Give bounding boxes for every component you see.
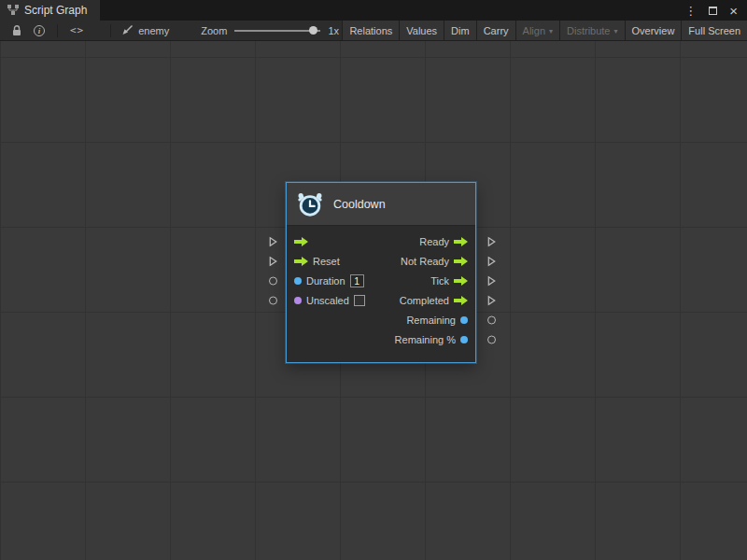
node-row: Remaining %	[287, 329, 475, 349]
maximize-icon[interactable]	[709, 7, 717, 15]
port-label: Remaining	[406, 315, 456, 326]
value-input-port-marker[interactable]	[269, 276, 277, 285]
overview-button[interactable]: Overview	[625, 21, 682, 40]
tab-bar: Script Graph ⋮ ×	[0, 0, 747, 21]
menu-icon[interactable]: ⋮	[684, 5, 697, 17]
port-label: Tick	[430, 275, 449, 287]
node-body: Ready	[287, 226, 475, 362]
cooldown-node[interactable]: Cooldown Ready	[286, 182, 476, 363]
graph-canvas[interactable]: Cooldown Ready	[0, 41, 747, 560]
toolbar-separator	[110, 24, 111, 37]
cooldown-node-header[interactable]: Cooldown	[287, 183, 475, 226]
flow-output-port-marker[interactable]	[487, 256, 496, 266]
flow-out-port-icon[interactable]	[454, 296, 468, 305]
graph-icon	[7, 5, 19, 16]
toolbar: i <> enemy Zoom 1x Relat	[0, 21, 747, 41]
node-title: Cooldown	[333, 198, 386, 211]
align-button: Align ▾	[515, 21, 559, 40]
port-label: Unscaled	[306, 295, 349, 306]
flow-input-port-marker[interactable]	[269, 256, 277, 266]
port-label: Not Ready	[401, 256, 449, 267]
alarm-clock-icon	[296, 190, 324, 218]
port-label: Completed	[400, 295, 449, 306]
flow-input-port-marker[interactable]	[269, 236, 277, 246]
unscaled-checkbox[interactable]	[354, 295, 365, 306]
flow-in-port-icon[interactable]	[294, 257, 308, 266]
value-in-port-icon[interactable]	[294, 297, 302, 304]
value-output-port-marker[interactable]	[487, 335, 496, 343]
dim-button[interactable]: Dim	[444, 21, 476, 40]
zoom-value: 1x	[328, 25, 339, 36]
value-output-port-marker[interactable]	[487, 315, 496, 324]
dropdown-arrow-icon: ▾	[549, 28, 553, 35]
flow-out-port-icon[interactable]	[454, 276, 468, 286]
relations-button[interactable]: Relations	[342, 21, 399, 40]
value-out-port-icon[interactable]	[460, 316, 468, 324]
flow-output-port-marker[interactable]	[487, 295, 496, 305]
distribute-button: Distribute ▾	[559, 21, 624, 40]
zoom-slider[interactable]	[234, 25, 320, 35]
pointer-icon	[121, 24, 134, 37]
value-input-port-marker[interactable]	[269, 296, 277, 304]
port-label: Reset	[313, 256, 340, 267]
window-controls: ⋮ ×	[684, 0, 747, 21]
flow-out-port-icon[interactable]	[454, 257, 468, 266]
script-graph-window: Script Graph ⋮ × i <>	[0, 0, 747, 560]
node-row: Duration 1 Tick	[287, 271, 475, 290]
port-label: Remaining %	[395, 334, 456, 345]
port-label: Ready	[419, 236, 449, 247]
tab-script-graph[interactable]: Script Graph	[0, 0, 100, 21]
zoom-slider-handle[interactable]	[309, 26, 317, 35]
tab-label: Script Graph	[24, 4, 87, 17]
value-in-port-icon[interactable]	[294, 277, 302, 285]
value-out-port-icon[interactable]	[460, 336, 468, 343]
flow-output-port-marker[interactable]	[487, 275, 496, 286]
toolbar-button-group: Relations Values Dim Carry Align ▾ Distr…	[342, 21, 747, 40]
node-row: Ready	[287, 231, 475, 251]
graph-context[interactable]: enemy	[121, 24, 169, 37]
dropdown-arrow-icon: ▾	[614, 28, 618, 35]
flow-output-port-marker[interactable]	[487, 236, 496, 246]
close-icon[interactable]: ×	[729, 4, 738, 18]
context-label: enemy	[138, 25, 169, 36]
values-button[interactable]: Values	[399, 21, 444, 40]
lock-icon[interactable]	[6, 21, 28, 40]
node-row: Unscaled Completed	[287, 290, 475, 310]
zoom-slider-track	[234, 30, 320, 32]
carry-button[interactable]: Carry	[476, 21, 515, 40]
info-icon[interactable]: i	[28, 21, 50, 40]
toolbar-separator	[57, 24, 58, 37]
port-label: Duration	[306, 275, 345, 287]
node-row: Remaining	[287, 310, 475, 329]
flow-out-port-icon[interactable]	[454, 237, 468, 246]
zoom-label: Zoom	[201, 25, 227, 36]
full-screen-button[interactable]: Full Screen	[681, 21, 747, 40]
zoom-control: Zoom 1x	[201, 25, 339, 36]
duration-input[interactable]: 1	[350, 274, 364, 287]
code-brackets-icon[interactable]: <>	[64, 21, 90, 40]
flow-in-port-icon[interactable]	[294, 237, 308, 246]
node-row: Reset Not Ready	[287, 251, 475, 271]
